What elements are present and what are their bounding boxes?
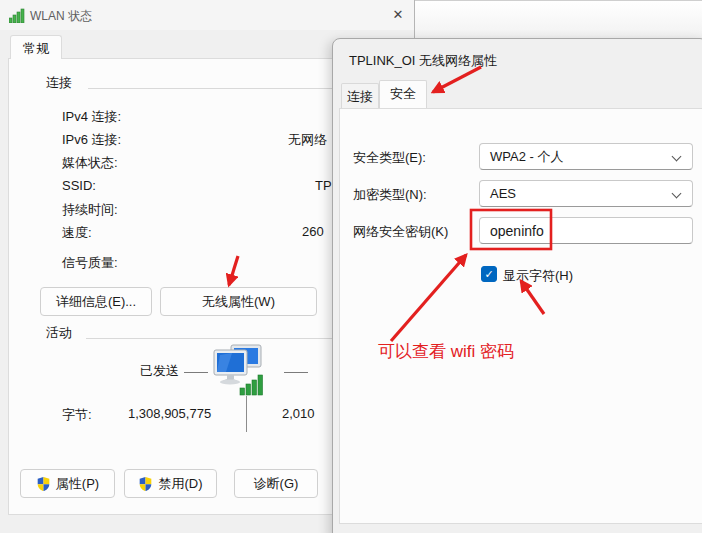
wlan-dialog-title: WLAN 状态 bbox=[30, 8, 92, 25]
uac-shield-icon bbox=[36, 476, 51, 492]
row-ssid-value: TP bbox=[315, 178, 332, 193]
security-type-value: WPA2 - 个人 bbox=[490, 148, 563, 166]
wifi-signal-icon bbox=[9, 8, 25, 26]
row-ipv6-value: 无网络 bbox=[288, 131, 327, 149]
show-characters-label[interactable]: 显示字符(H) bbox=[503, 267, 573, 285]
group-activity-label: 活动 bbox=[46, 324, 72, 342]
sent-dash-left bbox=[184, 372, 208, 373]
row-duration-label: 持续时间: bbox=[62, 201, 118, 219]
wireless-properties-button[interactable]: 无线属性(W) bbox=[160, 287, 317, 316]
security-tab-panel bbox=[339, 108, 702, 524]
received-dash-left bbox=[284, 372, 308, 373]
row-signal-quality-label: 信号质量: bbox=[62, 254, 118, 272]
encryption-type-label: 加密类型(N): bbox=[353, 186, 427, 204]
row-speed-label: 速度: bbox=[62, 224, 92, 242]
security-type-select[interactable]: WPA2 - 个人 bbox=[479, 143, 693, 170]
activity-column-divider bbox=[246, 396, 247, 432]
wireless-properties-dialog: TPLINK_OI 无线网络属性 连接 安全 安全类型(E): WPA2 - 个… bbox=[332, 38, 702, 533]
details-button[interactable]: 详细信息(E)... bbox=[40, 287, 152, 316]
chevron-down-icon bbox=[672, 152, 682, 162]
bytes-sent-value: 1,308,905,775 bbox=[128, 406, 211, 421]
bytes-label: 字节: bbox=[62, 406, 92, 424]
row-speed-value: 260 bbox=[302, 224, 324, 239]
show-characters-checkbox[interactable]: ✓ bbox=[481, 266, 497, 282]
tab-general[interactable]: 常规 bbox=[10, 35, 62, 59]
disable-button[interactable]: 禁用(D) bbox=[124, 469, 217, 498]
encryption-type-select[interactable]: AES bbox=[479, 180, 693, 207]
sent-label: 已发送 bbox=[140, 362, 179, 380]
security-type-label: 安全类型(E): bbox=[353, 149, 426, 167]
bytes-received-value: 2,010 bbox=[282, 406, 315, 421]
chevron-down-icon bbox=[672, 189, 682, 199]
diagnose-button[interactable]: 诊断(G) bbox=[234, 469, 318, 498]
group-connection-label: 连接 bbox=[46, 74, 72, 92]
row-ipv6-label: IPv6 连接: bbox=[62, 131, 121, 149]
row-ipv4-label: IPv4 连接: bbox=[62, 108, 121, 126]
encryption-type-value: AES bbox=[490, 186, 516, 201]
wireless-dialog-title: TPLINK_OI 无线网络属性 bbox=[349, 52, 497, 70]
tab-connection[interactable]: 连接 bbox=[341, 83, 379, 108]
background-window bbox=[415, 0, 702, 40]
network-key-label: 网络安全密钥(K) bbox=[353, 223, 448, 241]
network-computers-icon bbox=[206, 344, 266, 401]
row-ssid-label: SSID: bbox=[62, 178, 96, 193]
uac-shield-icon bbox=[138, 476, 153, 492]
row-media-state-label: 媒体状态: bbox=[62, 154, 118, 172]
checkmark-icon: ✓ bbox=[484, 268, 493, 281]
network-key-input[interactable] bbox=[479, 217, 693, 244]
close-icon[interactable]: ✕ bbox=[382, 2, 414, 26]
properties-button[interactable]: 属性(P) bbox=[20, 469, 115, 498]
disable-button-label: 禁用(D) bbox=[158, 475, 202, 493]
properties-button-label: 属性(P) bbox=[56, 475, 99, 493]
tab-security[interactable]: 安全 bbox=[379, 80, 427, 108]
wlan-titlebar[interactable]: WLAN 状态 ✕ bbox=[0, 0, 414, 30]
